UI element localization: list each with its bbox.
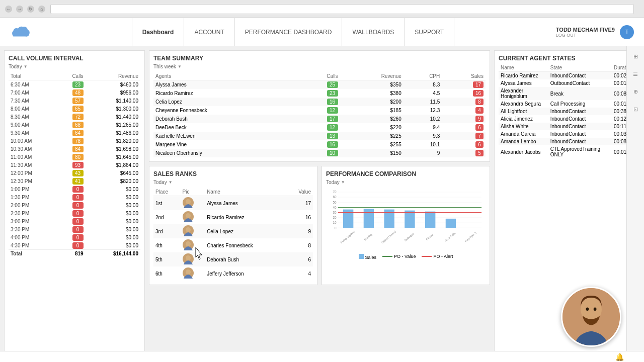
svg-text:0: 0: [335, 226, 337, 230]
address-bar[interactable]: [50, 4, 634, 14]
cv-time: 9:30 AM: [9, 129, 57, 137]
notification-bar: 🔔: [0, 351, 644, 362]
list-item: 4th Charles Fonnesbeck 8: [153, 238, 313, 252]
person-avatar: [562, 287, 620, 347]
cv-revenue: $0.00: [86, 241, 140, 250]
ts-calls: 25: [300, 80, 340, 89]
forward-button[interactable]: →: [16, 6, 23, 13]
as-name: Alicia Jimenez: [499, 115, 548, 123]
back-button[interactable]: ←: [5, 6, 12, 13]
ts-sales: 6: [442, 140, 486, 149]
cv-revenue: $0.00: [86, 225, 140, 233]
table-row: 7:00 AM 48 $956.00: [9, 88, 140, 97]
cv-calls-badge: 41: [57, 177, 86, 185]
cv-calls-badge: 84: [57, 145, 86, 153]
table-row: 11:00 AM 80 $1,645.00: [9, 153, 140, 161]
cv-revenue: $1,820.00: [86, 137, 140, 145]
chart-legend: Sales PO - Value PO - Alert: [326, 254, 486, 260]
sales-ranks-filter[interactable]: Today ▼: [153, 179, 313, 185]
sr-pic: [181, 266, 205, 281]
svg-text:Flying Squirrel: Flying Squirrel: [340, 230, 355, 244]
svg-text:Roy/Tyler 3: Roy/Tyler 3: [464, 231, 477, 243]
refresh-button[interactable]: ↻: [27, 6, 34, 13]
as-name: Amanda Garcia: [499, 130, 548, 138]
five9-logo: Five9: [10, 25, 30, 40]
ts-name: Kachelle McEwen: [153, 132, 300, 140]
cv-revenue: $1,486.00: [86, 129, 140, 137]
svg-point-10: [186, 255, 191, 260]
svg-text:Clinton: Clinton: [425, 233, 434, 241]
call-volume-dropdown-arrow: ▼: [24, 64, 28, 69]
table-row: Ali Lightfoot InboundContact 00:38:51: [499, 108, 635, 115]
table-row: Cheyenne Fonnesbeck 12 $185 12.3 4: [153, 106, 486, 115]
sr-name: Celia Lopez: [205, 224, 286, 238]
ts-sales: 9: [442, 115, 486, 123]
table-row: Alexander Jacobs CTL ApprovedTraining ON…: [499, 145, 635, 158]
sidebar-icon-3[interactable]: ⊕: [630, 86, 640, 97]
cv-time: 10:30 AM: [9, 145, 57, 153]
sr-value: 8: [286, 238, 313, 252]
nav-performance[interactable]: PERFORMANCE DASHBOARD: [235, 18, 343, 46]
ts-cph: 4.5: [404, 89, 442, 98]
perf-filter[interactable]: Today ▼: [326, 179, 486, 185]
ts-cph: 10.2: [404, 115, 442, 123]
browser-chrome: ← → ↻ ⌂: [0, 0, 644, 18]
table-row: Margene Vine 16 $255 10.1 6: [153, 140, 486, 149]
sales-ranks-dropdown-arrow: ▼: [169, 180, 173, 185]
sidebar-icon-4[interactable]: ⊡: [630, 104, 640, 114]
app-header: Five9 Dashboard ACCOUNT PERFORMANCE DASH…: [0, 18, 644, 46]
call-volume-filter[interactable]: Today ▼: [9, 64, 140, 69]
nav-support[interactable]: SUPPORT: [405, 18, 454, 46]
nav-wallboards[interactable]: WALLBOARDS: [342, 18, 405, 46]
ts-sales: 8: [442, 98, 486, 106]
svg-text:20: 20: [333, 216, 337, 219]
table-row: 8:00 AM 65 $1,300.00: [9, 105, 140, 113]
table-row: 4:30 PM 0 $0.00: [9, 241, 140, 250]
ts-name: Celia Lopez: [153, 98, 300, 106]
svg-text:Rock Falls: Rock Falls: [444, 232, 456, 242]
as-state: InboundContact: [548, 130, 612, 138]
svg-point-48: [594, 307, 597, 311]
cv-revenue: $460.00: [86, 80, 140, 89]
legend-po-value: PO - Value: [382, 254, 416, 260]
home-button[interactable]: ⌂: [38, 6, 45, 13]
as-name: Ricardo Ramirez: [499, 72, 548, 80]
ts-sales: 4: [442, 106, 486, 115]
sr-col-name: Name: [205, 188, 286, 196]
call-volume-filter-label: Today: [9, 64, 22, 69]
middle-column: TEAM SUMMARY This week ▼ Agents Calls Re…: [149, 50, 490, 320]
team-summary-filter[interactable]: This week ▼: [153, 64, 486, 69]
sr-pic: [181, 238, 205, 252]
table-row: Kachelle McEwen 13 $225 9.3 7: [153, 132, 486, 140]
cv-time: 4:00 PM: [9, 233, 57, 241]
cv-revenue: $956.00: [86, 88, 140, 97]
cv-time: 11:30 AM: [9, 161, 57, 169]
table-row: Ricardo Ramirez InboundContact 00:02:38: [499, 72, 635, 80]
as-name: Alisha White: [499, 123, 548, 130]
ts-sales: 17: [442, 80, 486, 89]
nav-account[interactable]: ACCOUNT: [184, 18, 234, 46]
notification-bell-icon[interactable]: 🔔: [615, 353, 624, 361]
sr-name: Alyssa James: [205, 196, 286, 211]
sidebar-icon-1[interactable]: ⊞: [630, 51, 640, 61]
cv-calls-badge: 0: [57, 185, 86, 193]
sidebar-icon-2[interactable]: ☰: [630, 69, 640, 79]
ts-name: Nicaleen Oberhansly: [153, 149, 300, 157]
ts-calls: 13: [300, 132, 340, 140]
table-row: Amanda Lembo InboundContact 00:08:03: [499, 138, 635, 145]
cv-revenue: $1,440.00: [86, 113, 140, 121]
ts-col-revenue: Revenue: [340, 72, 404, 80]
as-name: Alyssa James: [499, 79, 548, 87]
list-item: 2nd Ricardo Ramirez 16: [153, 210, 313, 224]
cv-time: Total: [9, 250, 57, 257]
user-name: TODD MECHAM FIVE9: [556, 27, 615, 33]
ts-cph: 9: [404, 149, 442, 157]
cv-calls-badge: 0: [57, 225, 86, 233]
logout-button[interactable]: LOG OUT: [556, 33, 615, 38]
nav-dashboard[interactable]: Dashboard: [132, 18, 185, 46]
as-state: InboundContact: [548, 72, 612, 80]
cv-calls-badge: 65: [57, 105, 86, 113]
cv-time: 3:30 PM: [9, 225, 57, 233]
ts-revenue: $260: [340, 115, 404, 123]
cv-time: 9:00 AM: [9, 121, 57, 129]
